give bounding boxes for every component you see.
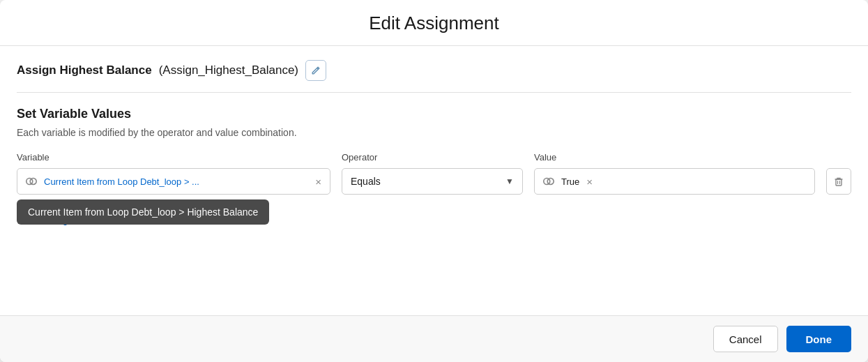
assignment-name-bold: Assign Highest Balance	[17, 63, 152, 77]
svg-point-1	[30, 179, 36, 185]
variable-column-label: Variable	[17, 152, 330, 163]
edit-assignment-dialog: Edit Assignment Assign Highest Balance (…	[0, 0, 868, 362]
pencil-icon	[311, 66, 321, 75]
section-description: Each variable is modified by the operato…	[17, 127, 851, 138]
variable-clear-button[interactable]: ×	[314, 176, 323, 187]
cancel-button[interactable]: Cancel	[713, 326, 778, 352]
delete-row-button[interactable]	[826, 168, 851, 195]
section-title: Set Variable Values	[17, 107, 851, 121]
value-clear-button[interactable]: ×	[585, 176, 594, 187]
dialog-footer: Cancel Done	[0, 315, 868, 362]
operator-value-text: Equals	[351, 176, 381, 187]
trash-icon	[833, 176, 844, 187]
assignment-title-row: Assign Highest Balance (Assign_Highest_B…	[17, 60, 851, 93]
operator-column-label: Operator	[342, 152, 523, 163]
value-loop-icon	[542, 174, 556, 188]
operator-select[interactable]: Equals ▼	[342, 168, 523, 195]
operator-chevron-icon: ▼	[505, 176, 514, 186]
add-assignment-row: + Add Assignment	[17, 211, 851, 239]
svg-rect-4	[836, 179, 842, 186]
done-button[interactable]: Done	[786, 326, 852, 352]
add-assignment-label: + Add Assignment	[17, 214, 95, 225]
set-variable-section: Set Variable Values Each variable is mod…	[17, 107, 851, 239]
value-column-label: Value	[534, 152, 851, 163]
fields-header: Variable Operator Value	[17, 152, 851, 163]
variable-field[interactable]: Current Item from Loop Debt_loop > ... ×	[17, 168, 330, 195]
value-field[interactable]: True ×	[534, 168, 815, 195]
dialog-body: Assign Highest Balance (Assign_Highest_B…	[0, 46, 868, 315]
dialog-title: Edit Assignment	[17, 13, 851, 34]
loop-icon	[24, 174, 38, 188]
add-assignment-button[interactable]: + Add Assignment	[17, 211, 95, 228]
assignment-name-internal: (Assign_Highest_Balance)	[159, 63, 298, 77]
value-value-text: True	[561, 176, 579, 187]
variable-value-text: Current Item from Loop Debt_loop > ...	[44, 176, 308, 187]
dialog-header: Edit Assignment	[0, 0, 868, 46]
edit-name-button[interactable]	[305, 60, 326, 81]
assignment-row: Current Item from Loop Debt_loop > ... ×…	[17, 168, 851, 195]
svg-point-3	[547, 179, 554, 185]
